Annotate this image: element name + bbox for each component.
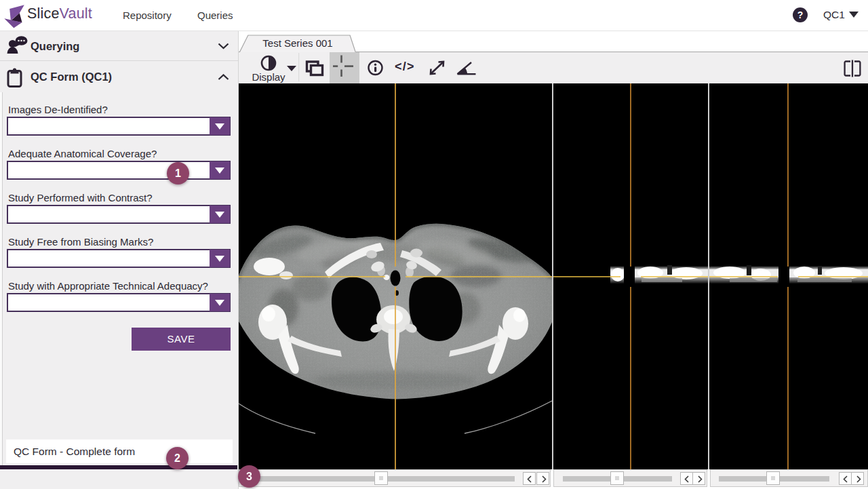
svg-text:Test Series 001: Test Series 001	[262, 37, 332, 49]
